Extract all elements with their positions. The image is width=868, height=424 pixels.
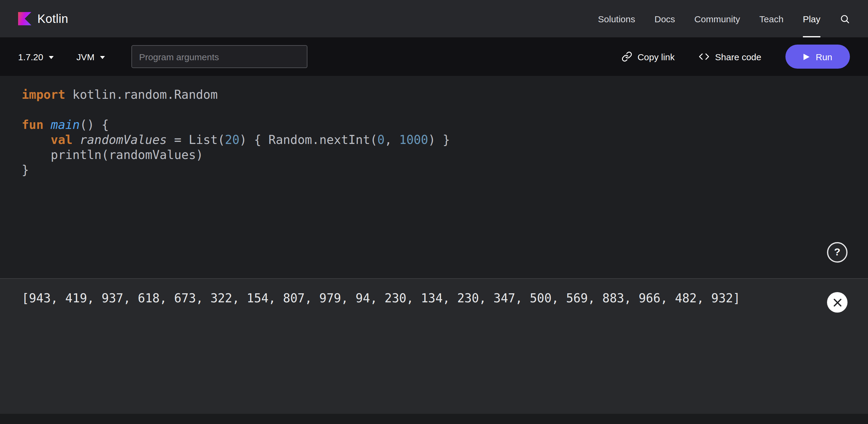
- kotlin-version-select[interactable]: 1.7.20: [18, 52, 53, 62]
- nav-item-play[interactable]: Play: [803, 0, 820, 37]
- close-console-button[interactable]: [827, 292, 847, 313]
- code-line[interactable]: [22, 102, 868, 118]
- code-line[interactable]: println(randomValues): [22, 148, 868, 163]
- header-nav: SolutionsDocsCommunityTeachPlay: [598, 0, 820, 37]
- horizontal-scrollbar[interactable]: [0, 414, 868, 424]
- nav-item-teach[interactable]: Teach: [760, 0, 784, 37]
- search-icon[interactable]: [840, 13, 850, 24]
- toolbar: 1.7.20 JVM Copy link Share code: [0, 37, 868, 76]
- help-button[interactable]: ?: [827, 242, 847, 263]
- share-code-label: Share code: [715, 52, 761, 62]
- kotlin-playground: Kotlin SolutionsDocsCommunityTeachPlay 1…: [0, 0, 868, 424]
- nav-item-solutions[interactable]: Solutions: [598, 0, 635, 37]
- code-line[interactable]: import kotlin.random.Random: [22, 87, 868, 102]
- code-area[interactable]: import kotlin.random.Random fun main() {…: [22, 87, 868, 178]
- code-line[interactable]: val randomValues = List(20) { Random.nex…: [22, 132, 868, 148]
- console-output: [943, 419, 937, 618, 673, 322, 154, 807,…: [22, 291, 820, 306]
- code-line[interactable]: }: [22, 163, 868, 178]
- kotlin-version-label: 1.7.20: [18, 52, 43, 62]
- caret-down-icon: [49, 56, 53, 59]
- output-console: [943, 419, 937, 618, 673, 322, 154, 807,…: [0, 278, 868, 424]
- nav-item-community[interactable]: Community: [694, 0, 740, 37]
- share-code-button[interactable]: Share code: [699, 51, 761, 62]
- brand-name: Kotlin: [37, 12, 68, 26]
- nav-item-docs[interactable]: Docs: [654, 0, 675, 37]
- code-editor[interactable]: import kotlin.random.Random fun main() {…: [0, 76, 868, 278]
- code-line[interactable]: fun main() {: [22, 118, 868, 132]
- copy-link-label: Copy link: [638, 52, 675, 62]
- site-header: Kotlin SolutionsDocsCommunityTeachPlay: [0, 0, 868, 37]
- platform-label: JVM: [76, 52, 94, 62]
- brand[interactable]: Kotlin: [18, 12, 68, 26]
- help-label: ?: [834, 246, 841, 258]
- caret-down-icon: [100, 56, 104, 59]
- code-brackets-icon: [699, 51, 710, 62]
- play-icon: [803, 53, 810, 61]
- run-button[interactable]: Run: [785, 44, 850, 69]
- toolbar-actions: Copy link Share code Run: [621, 44, 850, 69]
- run-label: Run: [815, 52, 832, 62]
- kotlin-logo-icon: [18, 12, 31, 25]
- platform-select[interactable]: JVM: [76, 52, 104, 62]
- x-icon: [833, 298, 842, 307]
- program-arguments-input[interactable]: [131, 45, 307, 68]
- copy-link-button[interactable]: Copy link: [621, 51, 675, 62]
- link-icon: [621, 51, 632, 62]
